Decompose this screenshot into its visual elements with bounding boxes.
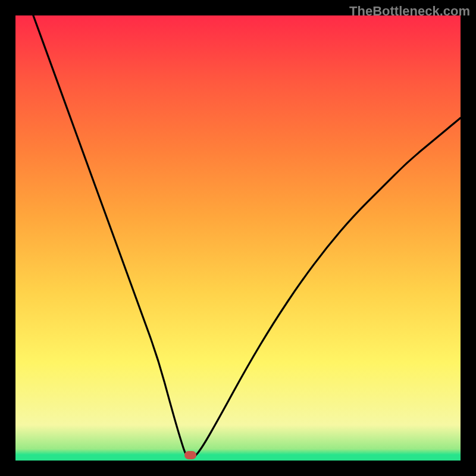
watermark-text: TheBottleneck.com: [349, 4, 470, 19]
chart-frame: TheBottleneck.com: [0, 0, 476, 476]
optimal-point-marker: [184, 451, 196, 459]
plot-area: [15, 15, 461, 461]
bottleneck-curve: [15, 15, 461, 461]
